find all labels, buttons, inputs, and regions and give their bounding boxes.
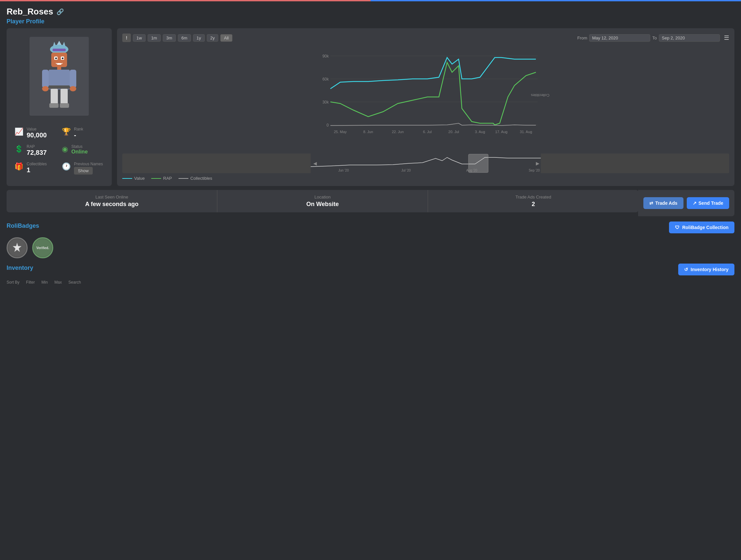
svg-rect-9: [62, 58, 63, 59]
prev-names-stat: 🕐 Previous Names Show: [62, 162, 104, 174]
info-cards: Last Seen Online A few seconds ago Locat…: [7, 190, 638, 212]
filter-min: Min: [42, 280, 48, 285]
rap-stat: 💲 RAP 72,837: [14, 144, 57, 156]
rank-stat: 🏆 Rank -: [62, 127, 104, 139]
username: Reb_Roses: [7, 7, 53, 17]
svg-text:◀: ◀: [313, 161, 317, 166]
svg-text:31. Aug: 31. Aug: [520, 130, 532, 134]
badge-verified[interactable]: Verified.: [32, 237, 53, 258]
svg-rect-14: [42, 70, 49, 88]
collectibles-stat: 🎁 Collectibles 1: [14, 162, 57, 174]
rolibadge-collection-button[interactable]: 🛡 RoliBadge Collection: [669, 221, 734, 233]
svg-text:60k: 60k: [323, 77, 329, 81]
rolibadge-shield-icon: 🛡: [675, 225, 679, 230]
svg-rect-11: [57, 67, 61, 70]
time-btn-1m[interactable]: 1m: [148, 34, 161, 42]
inventory-history-label: Inventory History: [691, 267, 729, 272]
badge-star[interactable]: [7, 237, 27, 258]
last-seen-label: Last Seen Online: [13, 195, 210, 200]
profile-left-panel: 📈 Value 90,000 🏆 Rank - 💲: [7, 28, 112, 186]
filter-search: Search: [68, 280, 81, 285]
svg-point-17: [70, 86, 76, 91]
svg-text:6. Jul: 6. Jul: [423, 130, 432, 134]
time-btn-all[interactable]: All: [220, 34, 232, 42]
trade-ads-button[interactable]: ⇄ Trade Ads: [644, 197, 683, 209]
trade-ads-btn-label: Trade Ads: [655, 201, 677, 206]
time-btn-2y[interactable]: 2y: [207, 34, 219, 42]
location-label: Location: [224, 195, 421, 200]
status-stat: ◉ Status Online: [62, 144, 104, 156]
svg-rect-18: [51, 89, 58, 105]
rap-value: 72,837: [26, 149, 47, 156]
chart-legend: Value RAP Collectibles: [122, 176, 729, 181]
svg-rect-19: [61, 89, 68, 105]
rank-value: -: [74, 131, 83, 139]
inventory-header: Inventory ↺ Inventory History: [7, 264, 734, 275]
time-btn-3m[interactable]: 3m: [163, 34, 176, 42]
svg-text:22. Jun: 22. Jun: [392, 130, 404, 134]
svg-text:20. Jul: 20. Jul: [449, 130, 459, 134]
svg-rect-20: [49, 103, 59, 108]
username-row: Reb_Roses 🔗: [7, 7, 734, 17]
svg-rect-15: [70, 70, 76, 88]
svg-rect-8: [55, 58, 57, 59]
svg-text:25. May: 25. May: [334, 130, 347, 134]
svg-rect-5: [51, 53, 67, 67]
location-value: On Website: [224, 201, 421, 208]
inventory-history-button[interactable]: ↺ Inventory History: [678, 264, 734, 275]
chart-info-button[interactable]: !: [122, 33, 131, 42]
to-label: To: [652, 36, 657, 41]
badges-row: Verified.: [7, 237, 734, 258]
send-trade-button[interactable]: ↗ Send Trade: [687, 197, 729, 209]
svg-rect-10: [57, 63, 61, 65]
show-names-button[interactable]: Show: [74, 167, 93, 174]
info-section: Last Seen Online A few seconds ago Locat…: [7, 190, 734, 216]
svg-text:Aug '20: Aug '20: [466, 168, 477, 172]
location-card: Location On Website: [217, 190, 428, 212]
chart-menu-icon[interactable]: ☰: [724, 34, 729, 42]
chart-controls: ! 1w 1m 3m 6m 1y 2y All From To ☰: [122, 33, 729, 42]
trade-ads-icon: ⇄: [649, 201, 653, 206]
svg-text:Jul '20: Jul '20: [401, 168, 411, 172]
svg-rect-13: [49, 85, 70, 89]
rap-label: RAP: [26, 144, 47, 149]
svg-text:30k: 30k: [323, 100, 329, 104]
filter-sort-by: Sort By: [7, 280, 19, 285]
last-seen-card: Last Seen Online A few seconds ago: [7, 190, 217, 212]
trade-ads-label: Trade Ads Created: [434, 195, 632, 200]
to-date-input[interactable]: [659, 34, 720, 42]
svg-text:8. Jun: 8. Jun: [363, 130, 373, 134]
from-date-input[interactable]: [589, 34, 650, 42]
collectibles-label: Collectibles: [26, 162, 47, 166]
time-btn-6m[interactable]: 6m: [178, 34, 191, 42]
collectibles-value: 1: [26, 166, 47, 174]
legend-collectibles-label: Collectibles: [190, 176, 212, 181]
chart-mini[interactable]: Jun '20 Jul '20 Aug '20 Sep '20 ◀ ▶: [122, 153, 729, 173]
legend-value-label: Value: [134, 176, 145, 181]
chart-main: 90k 60k 30k 0 Collectibles 25. May 8. Ju…: [122, 46, 729, 151]
status-value: Online: [71, 149, 88, 155]
collectibles-icon: 🎁: [14, 162, 23, 171]
link-icon[interactable]: 🔗: [57, 8, 64, 15]
avatar-image: [29, 37, 89, 116]
value-icon: 📈: [14, 128, 23, 136]
legend-collectibles: Collectibles: [179, 176, 212, 181]
svg-text:90k: 90k: [323, 54, 329, 59]
send-trade-btn-label: Send Trade: [698, 201, 723, 206]
rolibadges-header: RoliBadges 🛡 RoliBadge Collection: [7, 221, 734, 233]
svg-text:0: 0: [326, 123, 329, 128]
prev-names-label: Previous Names: [74, 162, 103, 166]
legend-value-line: [122, 178, 132, 179]
avatar-container: [23, 33, 95, 119]
from-label: From: [577, 36, 587, 41]
inventory-filters: Sort By Filter Min Max Search: [7, 279, 734, 285]
svg-rect-21: [60, 103, 69, 108]
inventory-section: Inventory ↺ Inventory History Sort By Fi…: [7, 264, 734, 285]
chart-panel: ! 1w 1m 3m 6m 1y 2y All From To ☰: [117, 28, 734, 186]
time-btn-1y[interactable]: 1y: [193, 34, 205, 42]
legend-rap-label: RAP: [163, 176, 172, 181]
time-btn-1w[interactable]: 1w: [133, 34, 146, 42]
rank-icon: 🏆: [62, 128, 71, 136]
trade-ads-card: Trade Ads Created 2: [428, 190, 638, 212]
last-seen-value: A few seconds ago: [13, 201, 210, 208]
